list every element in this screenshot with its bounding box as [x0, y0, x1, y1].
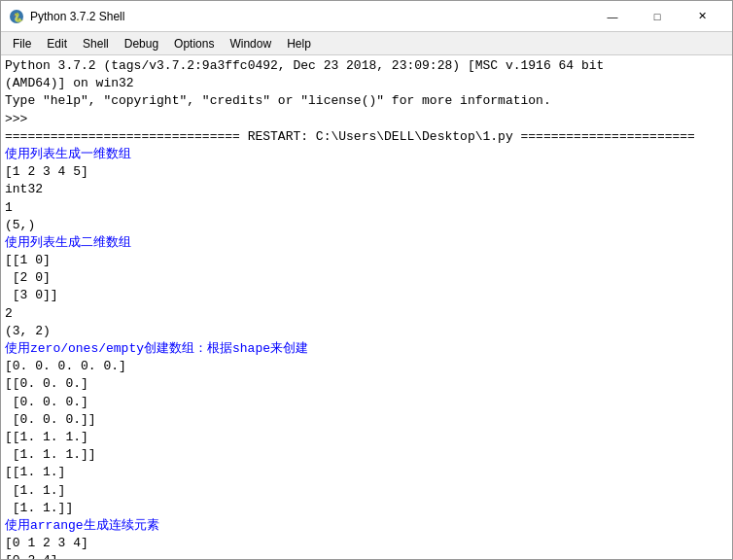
menu-bar: FileEditShellDebugOptionsWindowHelp — [1, 32, 732, 55]
shell-area[interactable]: Python 3.7.2 (tags/v3.7.2:9a3ffc0492, De… — [1, 55, 732, 559]
menu-item-window[interactable]: Window — [222, 35, 279, 52]
main-window: 🐍 Python 3.7.2 Shell — □ ✕ FileEditShell… — [0, 0, 733, 560]
minimize-button[interactable]: — — [590, 1, 635, 32]
menu-item-options[interactable]: Options — [166, 35, 222, 52]
window-title: Python 3.7.2 Shell — [30, 10, 590, 23]
menu-item-file[interactable]: File — [5, 35, 39, 52]
menu-item-help[interactable]: Help — [279, 35, 319, 52]
menu-item-edit[interactable]: Edit — [39, 35, 75, 52]
shell-content: Python 3.7.2 (tags/v3.7.2:9a3ffc0492, De… — [5, 57, 728, 559]
title-bar: 🐍 Python 3.7.2 Shell — □ ✕ — [1, 1, 732, 32]
maximize-button[interactable]: □ — [635, 1, 680, 32]
app-icon: 🐍 — [9, 9, 24, 24]
title-controls: — □ ✕ — [590, 1, 724, 32]
svg-text:🐍: 🐍 — [13, 12, 24, 23]
menu-item-debug[interactable]: Debug — [117, 35, 166, 52]
close-button[interactable]: ✕ — [680, 1, 724, 32]
menu-item-shell[interactable]: Shell — [75, 35, 117, 52]
